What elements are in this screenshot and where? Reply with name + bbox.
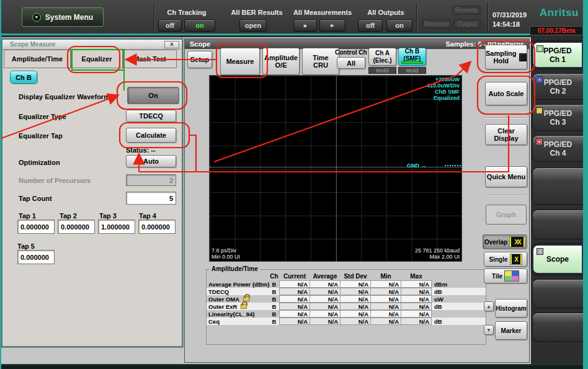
result-unit: dB — [432, 288, 453, 295]
optimization-dropdown[interactable]: Auto — [126, 155, 176, 167]
graph-button[interactable]: Graph — [486, 205, 527, 225]
sidebar-item-ppg-ed-ch3[interactable]: PPG/ED Ch 3 — [532, 104, 583, 131]
channel-b-chip[interactable]: Ch B — [10, 71, 37, 84]
tap2-field[interactable]: 0.000000 — [58, 220, 95, 234]
result-channel: B — [269, 296, 280, 303]
all-measurements-stop-button[interactable]: ■ — [293, 19, 317, 32]
clear-display-button[interactable]: Clear Display — [485, 124, 527, 145]
ch-b-button[interactable]: Ch B (SMF) — [398, 48, 426, 66]
result-cell: N/A — [370, 303, 401, 310]
table-row: Outer ExR B N/A N/A N/A N/A N/A dB — [207, 303, 486, 310]
result-cell: N/A — [401, 288, 432, 295]
instrument-screen: ▼ System Menu Ch Tracking off on All BER… — [0, 0, 588, 369]
sampling-hold-button[interactable]: Sampling Hold — [485, 45, 527, 69]
ch-b-hold-button[interactable]: Hold — [398, 67, 426, 74]
result-cell: N/A — [370, 310, 401, 318]
ch-tracking-on-button[interactable]: on — [184, 19, 215, 32]
tap4-field[interactable]: 0.000000 — [138, 220, 176, 234]
tap3-field[interactable]: 1.000000 — [98, 220, 135, 234]
result-cell: N/A — [401, 280, 432, 288]
result-cell: N/A — [310, 310, 341, 318]
close-icon[interactable]: × — [164, 41, 179, 48]
sidebar-item-ppg-ed-ch1[interactable]: PPG/ED Ch 1 — [532, 42, 583, 68]
bezel-right — [583, 0, 588, 369]
ch-a-button[interactable]: Ch A (Elec.) — [368, 48, 396, 66]
measure-button[interactable]: Measure — [220, 48, 260, 75]
auto-scale-button[interactable]: Auto Scale — [485, 82, 527, 105]
system-menu-button[interactable]: ▼ System Menu — [22, 7, 104, 27]
result-channel: B — [269, 311, 280, 318]
sidebar-item-blank[interactable] — [532, 167, 583, 205]
sidebar-item-ppg-ed-ch2[interactable]: PPG/ED Ch 2 — [532, 73, 583, 100]
all-ber-results-label: All BER Results — [223, 9, 290, 16]
center-cursor-line — [336, 76, 337, 261]
header-min: Min — [370, 273, 401, 280]
measure-indicator: Measure — [422, 19, 451, 29]
remote-indicator: Remote — [452, 6, 481, 15]
all-ber-open-button[interactable]: open — [239, 19, 267, 32]
dialog-title-bar: Scope Measure × — [2, 40, 182, 50]
single-view-button[interactable]: Single — [484, 252, 527, 267]
display-equalizer-waveform-on-button[interactable]: On — [127, 87, 179, 104]
result-channel: B — [269, 281, 280, 288]
scroll-down-button[interactable]: ▼ — [484, 325, 494, 335]
control-ch-label: Control Ch — [335, 49, 367, 56]
overlap-view-button[interactable]: Overlap — [483, 234, 527, 249]
result-cell: N/A — [401, 303, 432, 310]
quick-menu-button[interactable]: Quick Menu — [485, 166, 527, 187]
sidebar-item-ppg-ed-ch4[interactable]: PPG/ED Ch 4 — [532, 135, 583, 162]
ch-tracking-off-button[interactable]: off — [158, 19, 182, 32]
sidebar-item-label: PPG/ED Ch 1 — [543, 47, 571, 64]
number-of-precursors-field[interactable]: 2 — [126, 174, 176, 186]
tap1-field[interactable]: 0.000000 — [17, 220, 55, 234]
sidebar-item-blank[interactable] — [532, 313, 583, 342]
ch-a-hold-button[interactable]: Hold — [368, 67, 396, 74]
tap-count-field[interactable]: 5 — [126, 192, 176, 205]
all-outputs-on-button[interactable]: on — [386, 19, 412, 32]
tab-amplitude-time[interactable]: Amplitude/Time — [4, 50, 71, 68]
output-indicator: Output — [453, 19, 481, 29]
lock-icon — [241, 304, 247, 309]
header-stddev: Std Dev — [340, 273, 371, 280]
result-cell: N/A — [310, 295, 341, 303]
time-max-label: Max 2.00 UI — [415, 254, 460, 260]
date-label: 07/31/2019 — [492, 11, 527, 19]
all-measurements-start-button[interactable]: ► — [319, 19, 345, 32]
sidebar-item-blank[interactable] — [532, 279, 583, 308]
all-outputs-off-button[interactable]: off — [358, 19, 383, 32]
channel-status-icon — [537, 248, 543, 255]
results-panel-title: Amplitude/Time — [209, 265, 261, 272]
tap5-field[interactable]: 0.000000 — [17, 250, 55, 264]
header-ch: Ch — [269, 273, 280, 280]
tab-mask-test[interactable]: Mask Test — [123, 50, 177, 68]
scroll-up-button[interactable]: ▲ — [484, 301, 494, 311]
tap3-label: Tap 3 — [99, 212, 117, 220]
tab-equalizer[interactable]: Equalizer — [71, 50, 123, 68]
sidebar-item-blank[interactable] — [532, 210, 583, 239]
result-cell: N/A — [401, 295, 432, 303]
histogram-button[interactable]: Histogram — [495, 299, 527, 318]
result-cell: N/A — [370, 280, 401, 288]
table-row: Average Power (dBm) B N/A N/A N/A N/A N/… — [207, 280, 486, 288]
status-label: Status: -- — [126, 146, 156, 154]
control-ch-all-button[interactable]: All — [337, 57, 365, 69]
tile-view-button[interactable]: Tile — [484, 269, 527, 283]
channel-label: ChB SMF — [427, 89, 460, 95]
amplitude-per-div-label: 410.0uW/Div — [427, 82, 460, 89]
result-name: Average Power (dBm) — [208, 281, 269, 288]
time-min-label: Min 0.00 UI — [212, 254, 240, 260]
result-cell: N/A — [279, 310, 310, 318]
anritsu-logo: Anritsu — [540, 7, 579, 19]
baud-rate-label: 25 781 250 kbaud — [415, 247, 460, 254]
tap1-label: Tap 1 — [19, 212, 36, 220]
marker-button[interactable]: Marker — [495, 321, 527, 340]
setup-button[interactable]: Setup — [187, 51, 212, 68]
sidebar-item-scope[interactable]: Scope — [532, 244, 583, 274]
calculate-button[interactable]: Calculate — [126, 128, 176, 143]
amplitude-oe-button[interactable]: Amplitude O/E — [262, 48, 300, 75]
result-cell: N/A — [279, 280, 310, 288]
time-cru-button[interactable]: Time CRU — [302, 48, 339, 75]
result-cell: N/A — [340, 295, 371, 303]
equalizer-type-button[interactable]: TDECQ — [126, 110, 176, 122]
vertical-scale-readout: +2050uW 410.0uW/Div ChB SMF Equalized — [427, 76, 460, 101]
